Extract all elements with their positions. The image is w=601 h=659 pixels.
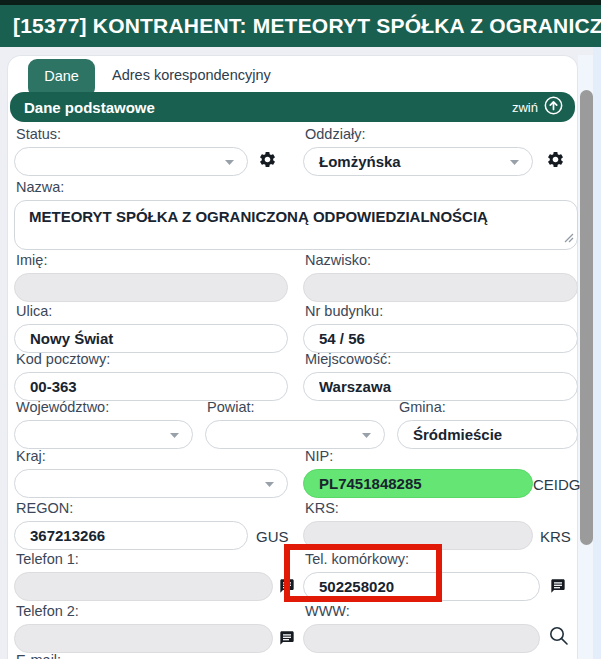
app-window: { "window": { "title": "[15377] KONTRAHE… [0, 0, 601, 659]
gus-lookup-button[interactable]: GUS [256, 528, 289, 545]
email-label: E-mail: [16, 652, 273, 659]
scrollbar-thumb[interactable] [580, 90, 593, 545]
kod-pocztowy-label: Kod pocztowy: [16, 351, 288, 367]
section-title: Dane podstawowe [24, 99, 155, 116]
telefon2-input [14, 624, 273, 653]
krs-label: KRS: [305, 500, 533, 516]
chevron-down-icon [362, 433, 371, 438]
status-select[interactable] [14, 147, 248, 176]
gmina-input[interactable] [397, 420, 578, 449]
nr-budynku-label: Nr budynku: [305, 303, 578, 319]
www-input [303, 624, 540, 653]
ceidg-lookup-button[interactable]: CEIDG [533, 476, 581, 493]
telefon1-sms-chat-icon[interactable] [279, 578, 295, 594]
ulica-label: Ulica: [16, 303, 288, 319]
section-header-dane-podstawowe: Dane podstawowe zwiń [10, 92, 575, 122]
tab-adres-korespondencyjny[interactable]: Adres korespondencyjny [112, 67, 271, 83]
nr-budynku-input[interactable] [303, 324, 578, 353]
tel-komorkowy-label: Tel. komórkowy: [305, 551, 540, 567]
wojewodztwo-select[interactable] [14, 420, 193, 449]
oddzialy-select[interactable]: Łomżyńska [303, 147, 533, 176]
nazwa-textarea[interactable]: METEORYT SPÓŁKA Z OGRANICZONĄ ODPOWIEDZI… [14, 200, 578, 250]
oddzialy-label: Oddziały: [305, 126, 533, 142]
nazwisko-input [303, 273, 578, 302]
kraj-select[interactable] [14, 469, 288, 498]
chevron-down-icon [170, 433, 179, 438]
www-label: WWW: [305, 603, 540, 619]
circle-arrow-up-icon [544, 96, 563, 118]
tab-dane-label: Dane [44, 68, 79, 84]
imie-input [14, 273, 288, 302]
gmina-label: Gmina: [399, 399, 578, 415]
page-title-text: [15377] KONTRAHENT: METEORYT SPÓŁKA Z OG… [13, 14, 601, 38]
page-right-margin [593, 47, 601, 659]
status-label: Status: [16, 126, 248, 142]
oddzialy-settings-gear-icon[interactable] [546, 150, 565, 169]
status-settings-gear-icon[interactable] [258, 150, 277, 169]
regon-label: REGON: [16, 500, 248, 516]
www-search-icon[interactable] [548, 625, 570, 647]
miejscowosc-input[interactable] [303, 372, 578, 401]
krs-lookup-button[interactable]: KRS [540, 528, 571, 545]
wojewodztwo-label: Województwo: [16, 399, 193, 415]
kod-pocztowy-input[interactable] [14, 372, 288, 401]
nip-label: NIP: [305, 448, 533, 464]
chevron-down-icon [225, 160, 234, 165]
resize-grip-icon[interactable] [563, 229, 574, 247]
powiat-select[interactable] [205, 420, 385, 449]
miejscowosc-label: Miejscowość: [305, 351, 578, 367]
telefon2-label: Telefon 2: [16, 603, 273, 619]
telefon2-sms-chat-icon[interactable] [279, 630, 295, 646]
collapse-label: zwiń [512, 100, 538, 115]
regon-input[interactable] [14, 521, 248, 550]
nip-input[interactable] [303, 469, 533, 498]
chevron-down-icon [510, 160, 519, 165]
nazwa-label: Nazwa: [16, 179, 578, 195]
telefon1-label: Telefon 1: [16, 551, 273, 567]
kraj-label: Kraj: [16, 448, 288, 464]
krs-input [303, 521, 533, 550]
imie-label: Imię: [16, 252, 288, 268]
powiat-label: Powiat: [207, 399, 385, 415]
page-title: [15377] KONTRAHENT: METEORYT SPÓŁKA Z OG… [0, 5, 601, 47]
tel-komorkowy-sms-chat-icon[interactable] [550, 578, 566, 594]
ulica-input[interactable] [14, 324, 288, 353]
chevron-down-icon [265, 482, 274, 487]
collapse-button[interactable]: zwiń [512, 96, 563, 118]
tel-komorkowy-input[interactable] [303, 572, 540, 601]
tab-adres-label: Adres korespondencyjny [112, 67, 271, 83]
telefon1-input [14, 572, 273, 601]
nazwisko-label: Nazwisko: [305, 252, 578, 268]
